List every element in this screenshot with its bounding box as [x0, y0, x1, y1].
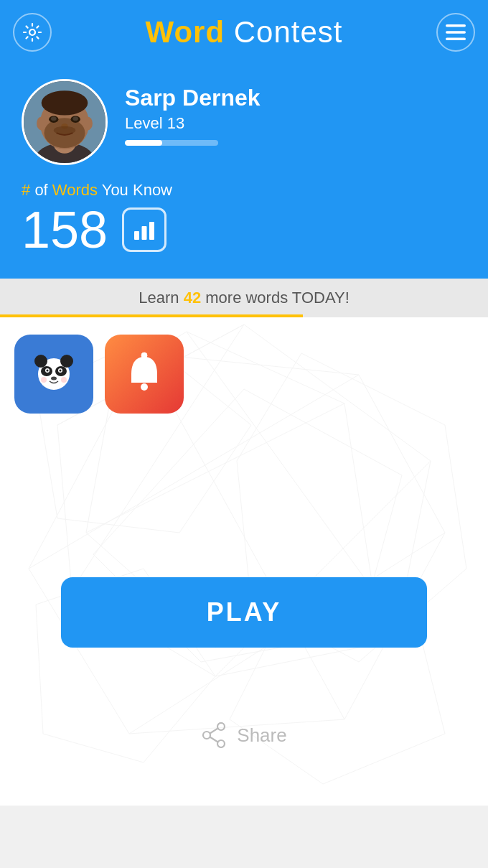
menu-icon — [446, 24, 466, 40]
svg-rect-3 — [446, 38, 466, 41]
svg-point-10 — [37, 116, 46, 130]
app-icons-row — [0, 317, 488, 431]
gear-icon — [22, 22, 42, 42]
words-count-row: 158 — [22, 204, 466, 256]
level-progress-bar — [125, 140, 218, 146]
svg-point-53 — [217, 723, 225, 730]
share-wrap[interactable]: Share — [0, 722, 488, 748]
title-word: Word — [146, 15, 225, 49]
words-label-highlight: Words — [52, 181, 98, 199]
panda-icon — [28, 348, 80, 400]
app-title: Word Contest — [146, 15, 343, 50]
svg-point-9 — [42, 90, 88, 115]
hash-symbol: # — [22, 181, 30, 199]
settings-button[interactable] — [13, 13, 52, 52]
words-row: # of Words You Know 158 — [22, 181, 466, 256]
svg-point-54 — [203, 732, 210, 739]
avatar-image — [24, 79, 105, 165]
svg-point-14 — [51, 116, 57, 121]
panda-app-icon[interactable] — [14, 335, 93, 414]
svg-rect-1 — [446, 24, 466, 27]
profile-info: Sarp Dernek Level 13 — [125, 79, 261, 146]
words-count: 158 — [22, 204, 108, 256]
svg-point-50 — [141, 383, 148, 391]
svg-point-0 — [29, 29, 35, 35]
svg-point-55 — [217, 740, 225, 747]
svg-rect-18 — [134, 231, 139, 240]
chart-icon-box[interactable] — [122, 207, 166, 252]
play-button-wrap: PLAY — [0, 577, 488, 648]
level-progress-fill — [125, 140, 162, 146]
profile-row: Sarp Dernek Level 13 — [22, 79, 466, 165]
share-label: Share — [237, 724, 286, 747]
svg-point-48 — [41, 377, 47, 383]
header: Word Contest — [0, 0, 488, 65]
play-button[interactable]: PLAY — [61, 577, 427, 648]
svg-point-39 — [34, 355, 47, 368]
words-label-of: of — [34, 181, 52, 199]
svg-line-57 — [210, 737, 218, 742]
bar-chart-icon — [131, 217, 157, 243]
banner-highlight-num: 42 — [184, 289, 201, 307]
bell-icon — [118, 348, 170, 400]
share-icon — [201, 722, 227, 748]
svg-point-45 — [47, 370, 49, 372]
svg-point-46 — [60, 370, 62, 372]
banner: Learn 42 more words TODAY! — [0, 279, 488, 317]
svg-point-15 — [72, 116, 78, 121]
banner-text-prefix: Learn — [139, 289, 183, 307]
profile-section: Sarp Dernek Level 13 # of Words You Know… — [0, 65, 488, 279]
menu-button[interactable] — [436, 13, 475, 52]
svg-point-52 — [141, 353, 147, 358]
svg-point-47 — [51, 377, 57, 381]
banner-text-suffix: more words TODAY! — [201, 289, 349, 307]
svg-point-11 — [83, 116, 93, 130]
bell-app-icon[interactable] — [105, 335, 184, 414]
svg-rect-20 — [149, 222, 154, 240]
words-label: # of Words You Know — [22, 181, 466, 200]
svg-point-17 — [54, 126, 75, 134]
title-rest: Contest — [225, 15, 342, 49]
svg-rect-2 — [446, 31, 466, 34]
words-label-suffix: You Know — [102, 181, 172, 199]
profile-level: Level 13 — [125, 114, 261, 133]
main-content: PLAY Share — [0, 317, 488, 806]
svg-point-49 — [61, 377, 67, 383]
avatar — [22, 79, 108, 165]
svg-rect-19 — [142, 226, 147, 240]
svg-point-40 — [60, 355, 73, 368]
svg-line-56 — [210, 729, 218, 734]
profile-name: Sarp Dernek — [125, 85, 261, 111]
